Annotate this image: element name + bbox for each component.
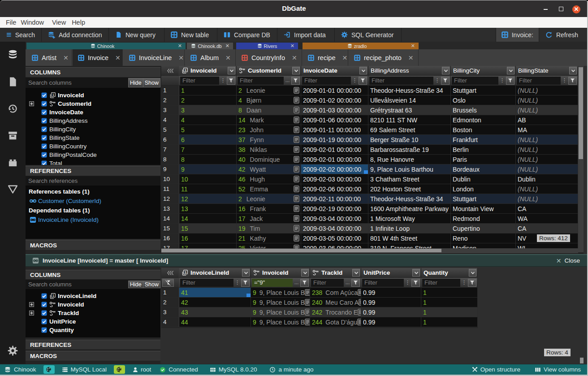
- svg-text:1: 1: [185, 68, 186, 72]
- svg-text:1: 1: [52, 294, 54, 298]
- svg-text:1: 1: [185, 270, 186, 274]
- svg-text:1: 1: [52, 93, 54, 97]
